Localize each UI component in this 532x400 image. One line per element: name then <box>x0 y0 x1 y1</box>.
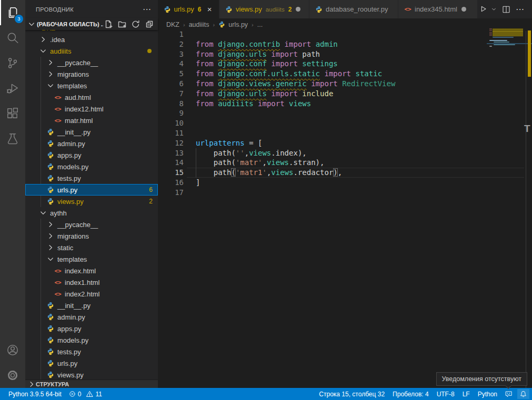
activity-run-debug-icon[interactable] <box>0 76 25 101</box>
tree-item-aud-html[interactable]: <>aud.html <box>25 91 158 103</box>
activity-explorer-icon[interactable]: 3 <box>0 0 25 25</box>
python-interpreter-status[interactable]: Python 3.9.5 64-bit <box>8 391 62 398</box>
encoding-status[interactable]: UTF-8 <box>437 391 455 398</box>
collapse-all-icon[interactable] <box>144 19 155 29</box>
warning-squiggle-token: django.urls <box>218 50 267 58</box>
close-icon[interactable]: × <box>205 5 214 14</box>
activity-search-icon[interactable] <box>0 25 25 50</box>
tree-item--pycache-[interactable]: __pycache__ <box>25 57 158 68</box>
language-mode-status[interactable]: Python <box>478 391 497 398</box>
cursor-position-status[interactable]: Строка 15, столбец 32 <box>319 391 385 398</box>
line-content: path('matr1',views.redactor), <box>184 168 342 178</box>
tree-item-audiiits[interactable]: audiiits <box>25 45 158 57</box>
code-line: 16] <box>158 178 489 188</box>
tree-item-views-py[interactable]: views.py <box>25 369 158 380</box>
tree-item-index2-html[interactable]: <>index2.html <box>25 288 158 300</box>
tree-item-admin-py[interactable]: admin.py <box>25 138 158 149</box>
tab-index345-html[interactable]: <>index345.html <box>398 0 478 18</box>
code-token: path <box>196 168 231 177</box>
code-token: from <box>196 69 214 78</box>
breadcrumb-item[interactable]: urls.py <box>228 21 248 28</box>
tab-views-py[interactable]: views.pyaudiiits2 <box>219 0 309 18</box>
breadcrumb-item[interactable]: ... <box>257 21 263 28</box>
run-button[interactable] <box>479 5 488 14</box>
workspace-section-header[interactable]: (РАБОЧАЯ ОБЛАСТЬ) ... <box>25 18 158 30</box>
breadcrumb-item[interactable]: DKZ <box>166 21 179 28</box>
tree-item-models-py[interactable]: models.py <box>25 334 158 346</box>
code-line: 9 <box>158 108 489 118</box>
indentation-status[interactable]: Пробелов: 4 <box>393 391 429 398</box>
tree-item-static[interactable]: static <box>25 242 158 253</box>
minimap[interactable] <box>489 27 526 54</box>
run-dropdown-chevron-icon[interactable] <box>493 6 497 12</box>
notifications-bell-icon[interactable] <box>517 389 529 399</box>
line-content: from django.urls import include <box>184 89 333 99</box>
editor-group: urls.py6×views.pyaudiiits2database_roout… <box>158 0 532 388</box>
line-content <box>184 128 196 138</box>
tree-item-apps-py[interactable]: apps.py <box>25 323 158 334</box>
overview-ruler-warning-marker[interactable] <box>528 30 531 77</box>
tree-item-urls-py[interactable]: urls.py6 <box>25 184 158 196</box>
outline-section-header[interactable]: СТРУКТУРА <box>25 380 158 388</box>
code-token: RedirectView <box>342 79 395 88</box>
refresh-icon[interactable] <box>131 19 141 29</box>
python-file-icon <box>46 313 55 321</box>
tree-item--idea[interactable]: .idea <box>25 34 158 45</box>
problems-status[interactable]: 011 <box>69 391 102 398</box>
tree-item--init-py[interactable]: __init__.py <box>25 300 158 311</box>
new-file-icon[interactable] <box>103 19 114 29</box>
tree-item-apps-py[interactable]: apps.py <box>25 149 158 161</box>
tree-item--init-py[interactable]: __init__.py <box>25 126 158 138</box>
tree-item-admin-py[interactable]: admin.py <box>25 311 158 323</box>
tree-item-migrations[interactable]: migrations <box>25 68 158 80</box>
tab-urls-py[interactable]: urls.py6× <box>158 0 219 18</box>
tree-item-templates[interactable]: templates <box>25 253 158 265</box>
editor-more-actions-icon[interactable]: ⋯ <box>516 4 525 14</box>
eol-status[interactable]: LF <box>463 391 470 398</box>
python-file-icon <box>46 197 55 206</box>
chevron-down-icon <box>39 209 47 217</box>
tree-item-dkz[interactable]: DKZ <box>25 30 158 34</box>
activity-bar-top: 3 <box>0 0 25 151</box>
feedback-icon[interactable] <box>505 391 512 397</box>
new-folder-icon[interactable] <box>117 19 127 29</box>
tree-item-label: aythh <box>50 209 67 217</box>
chevron-right-icon <box>39 35 47 44</box>
problems-count-badge: 2 <box>149 198 153 205</box>
tree-item-label: __pycache__ <box>57 59 98 67</box>
tree-item-label: admin.py <box>57 140 85 148</box>
tree-item-index-html[interactable]: <>index.html <box>25 265 158 276</box>
tab-label: database_roouter.py <box>326 5 388 13</box>
line-number: 17 <box>158 188 184 198</box>
minimap-line-mark <box>494 42 509 43</box>
code-editor[interactable]: 12from django.contrib import admin3from … <box>158 29 489 198</box>
tree-item-models-py[interactable]: models.py <box>25 161 158 172</box>
tab-database-roouter-py[interactable]: database_roouter.py <box>309 0 398 18</box>
split-editor-button[interactable] <box>502 5 510 14</box>
sidebar-more-actions-icon[interactable]: ⋯ <box>143 4 152 14</box>
tree-item-urls-py[interactable]: urls.py <box>25 357 158 369</box>
code-token: static <box>355 69 382 78</box>
editor-actions: ⋯ <box>479 0 532 18</box>
breadcrumb-item[interactable]: audiiits <box>189 21 209 28</box>
breadcrumb-separator-icon: › <box>213 22 215 28</box>
activity-source-control-icon[interactable] <box>0 50 25 76</box>
tree-item-aythh[interactable]: aythh <box>25 207 158 219</box>
tree-item-tests-py[interactable]: tests.py <box>25 346 158 357</box>
tree-item-views-py[interactable]: views.py2 <box>25 196 158 207</box>
tree-item-templates[interactable]: templates <box>25 80 158 91</box>
tree-item-matr-html[interactable]: <>matr.html <box>25 115 158 126</box>
activity-settings-icon[interactable] <box>0 363 25 388</box>
tree-item--pycache-[interactable]: __pycache__ <box>25 219 158 230</box>
activity-extensions-icon[interactable] <box>0 101 25 126</box>
python-file-icon <box>225 5 233 14</box>
activity-testing-icon[interactable] <box>0 126 25 151</box>
tree-item-tests-py[interactable]: tests.py <box>25 172 158 184</box>
code-token: '' <box>236 149 245 157</box>
line-number: 16 <box>158 178 184 188</box>
tree-item-index1-html[interactable]: <>index1.html <box>25 276 158 288</box>
tree-item-index12-html[interactable]: <>index12.html <box>25 103 158 115</box>
tree-item-migrations[interactable]: migrations <box>25 230 158 242</box>
activity-account-icon[interactable] <box>0 337 25 363</box>
tree-item-label: __init__.py <box>57 302 91 310</box>
